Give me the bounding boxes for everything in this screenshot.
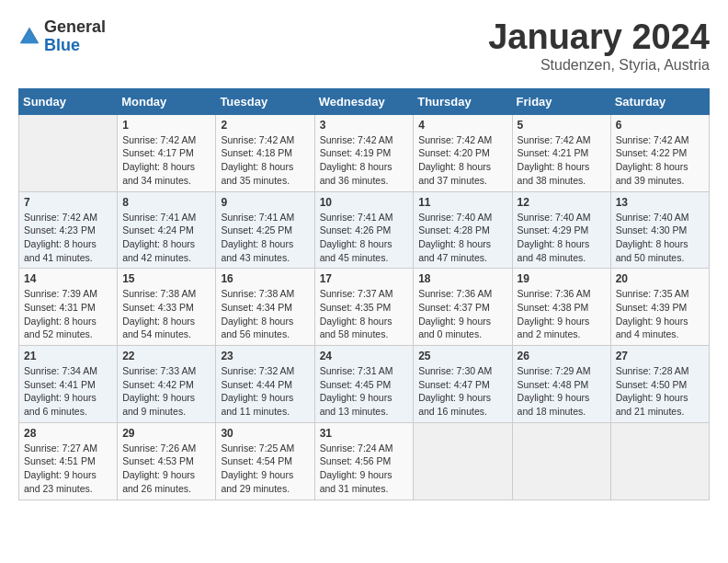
- day-number: 14: [24, 272, 112, 285]
- calendar-week-3: 14Sunrise: 7:39 AMSunset: 4:31 PMDayligh…: [19, 269, 710, 346]
- day-header-wednesday: Wednesday: [314, 88, 414, 114]
- calendar-cell: 27Sunrise: 7:28 AMSunset: 4:50 PMDayligh…: [610, 346, 709, 423]
- day-info: Sunrise: 7:42 AMSunset: 4:17 PMDaylight:…: [122, 133, 210, 188]
- calendar-cell: [610, 422, 709, 500]
- day-info: Sunrise: 7:35 AMSunset: 4:39 PMDaylight:…: [616, 287, 704, 341]
- day-number: 7: [24, 196, 112, 209]
- day-number: 10: [320, 196, 409, 209]
- calendar-cell: [414, 422, 512, 500]
- calendar-cell: 15Sunrise: 7:38 AMSunset: 4:33 PMDayligh…: [118, 269, 216, 346]
- day-info: Sunrise: 7:40 AMSunset: 4:29 PMDaylight:…: [518, 211, 606, 265]
- calendar-cell: 3Sunrise: 7:42 AMSunset: 4:19 PMDaylight…: [314, 114, 414, 191]
- logo: General Blue: [18, 18, 106, 55]
- day-number: 9: [221, 196, 309, 209]
- day-info: Sunrise: 7:29 AMSunset: 4:48 PMDaylight:…: [518, 364, 606, 419]
- calendar-cell: 18Sunrise: 7:36 AMSunset: 4:37 PMDayligh…: [414, 269, 512, 346]
- calendar-cell: 31Sunrise: 7:24 AMSunset: 4:56 PMDayligh…: [314, 422, 414, 500]
- day-info: Sunrise: 7:38 AMSunset: 4:34 PMDaylight:…: [221, 287, 309, 341]
- calendar-cell: 22Sunrise: 7:33 AMSunset: 4:42 PMDayligh…: [118, 346, 216, 423]
- calendar-cell: [512, 422, 610, 500]
- day-number: 3: [320, 119, 409, 132]
- day-header-tuesday: Tuesday: [216, 88, 314, 114]
- day-info: Sunrise: 7:42 AMSunset: 4:22 PMDaylight:…: [616, 133, 704, 188]
- title-block: January 2024 Studenzen, Styria, Austria: [488, 18, 710, 74]
- day-info: Sunrise: 7:27 AMSunset: 4:51 PMDaylight:…: [24, 442, 112, 496]
- day-number: 16: [221, 272, 309, 285]
- day-info: Sunrise: 7:41 AMSunset: 4:25 PMDaylight:…: [221, 211, 309, 265]
- day-number: 26: [518, 350, 606, 362]
- day-number: 29: [122, 427, 210, 440]
- day-info: Sunrise: 7:39 AMSunset: 4:31 PMDaylight:…: [24, 287, 112, 341]
- day-number: 18: [418, 272, 506, 285]
- day-number: 24: [320, 350, 409, 362]
- day-info: Sunrise: 7:40 AMSunset: 4:30 PMDaylight:…: [616, 211, 704, 265]
- day-number: 21: [24, 350, 112, 362]
- day-info: Sunrise: 7:37 AMSunset: 4:35 PMDaylight:…: [320, 287, 409, 341]
- calendar-cell: 16Sunrise: 7:38 AMSunset: 4:34 PMDayligh…: [216, 269, 314, 346]
- day-header-friday: Friday: [512, 88, 610, 114]
- day-number: 12: [518, 196, 606, 209]
- day-header-thursday: Thursday: [414, 88, 512, 114]
- day-number: 17: [320, 272, 409, 285]
- day-info: Sunrise: 7:25 AMSunset: 4:54 PMDaylight:…: [221, 442, 309, 496]
- day-number: 27: [616, 350, 704, 362]
- calendar-cell: 8Sunrise: 7:41 AMSunset: 4:24 PMDaylight…: [118, 191, 216, 269]
- calendar-cell: 25Sunrise: 7:30 AMSunset: 4:47 PMDayligh…: [414, 346, 512, 423]
- day-header-monday: Monday: [118, 88, 216, 114]
- day-number: 8: [122, 196, 210, 209]
- day-info: Sunrise: 7:41 AMSunset: 4:26 PMDaylight:…: [320, 211, 409, 265]
- day-info: Sunrise: 7:24 AMSunset: 4:56 PMDaylight:…: [320, 442, 409, 496]
- day-info: Sunrise: 7:42 AMSunset: 4:21 PMDaylight:…: [518, 133, 606, 188]
- day-number: 5: [518, 119, 606, 132]
- calendar-cell: 1Sunrise: 7:42 AMSunset: 4:17 PMDaylight…: [118, 114, 216, 191]
- calendar-cell: 11Sunrise: 7:40 AMSunset: 4:28 PMDayligh…: [414, 191, 512, 269]
- calendar-cell: 29Sunrise: 7:26 AMSunset: 4:53 PMDayligh…: [118, 422, 216, 500]
- calendar-cell: 24Sunrise: 7:31 AMSunset: 4:45 PMDayligh…: [314, 346, 414, 423]
- calendar-cell: 14Sunrise: 7:39 AMSunset: 4:31 PMDayligh…: [19, 269, 118, 346]
- day-header-sunday: Sunday: [19, 88, 118, 114]
- calendar-table: SundayMondayTuesdayWednesdayThursdayFrid…: [18, 88, 710, 500]
- calendar-week-2: 7Sunrise: 7:42 AMSunset: 4:23 PMDaylight…: [19, 191, 710, 269]
- day-number: 31: [320, 427, 409, 440]
- day-info: Sunrise: 7:30 AMSunset: 4:47 PMDaylight:…: [418, 364, 506, 419]
- day-number: 20: [616, 272, 704, 285]
- logo-general: General: [44, 18, 106, 37]
- calendar-cell: 4Sunrise: 7:42 AMSunset: 4:20 PMDaylight…: [414, 114, 512, 191]
- calendar-header-row: SundayMondayTuesdayWednesdayThursdayFrid…: [19, 88, 710, 114]
- calendar-cell: 10Sunrise: 7:41 AMSunset: 4:26 PMDayligh…: [314, 191, 414, 269]
- day-number: 11: [418, 196, 506, 209]
- day-info: Sunrise: 7:33 AMSunset: 4:42 PMDaylight:…: [122, 364, 210, 419]
- calendar-cell: 20Sunrise: 7:35 AMSunset: 4:39 PMDayligh…: [610, 269, 709, 346]
- day-info: Sunrise: 7:42 AMSunset: 4:23 PMDaylight:…: [24, 211, 112, 265]
- day-info: Sunrise: 7:28 AMSunset: 4:50 PMDaylight:…: [616, 364, 704, 419]
- calendar-cell: 17Sunrise: 7:37 AMSunset: 4:35 PMDayligh…: [314, 269, 414, 346]
- calendar-cell: 30Sunrise: 7:25 AMSunset: 4:54 PMDayligh…: [216, 422, 314, 500]
- day-info: Sunrise: 7:36 AMSunset: 4:38 PMDaylight:…: [518, 287, 606, 341]
- day-number: 22: [122, 350, 210, 362]
- day-number: 1: [122, 119, 210, 132]
- day-header-saturday: Saturday: [610, 88, 709, 114]
- logo-icon: [18, 26, 40, 48]
- calendar-week-1: 1Sunrise: 7:42 AMSunset: 4:17 PMDaylight…: [19, 114, 710, 191]
- logo-blue: Blue: [44, 37, 106, 55]
- day-info: Sunrise: 7:26 AMSunset: 4:53 PMDaylight:…: [122, 442, 210, 496]
- calendar-title: January 2024: [488, 18, 710, 57]
- day-info: Sunrise: 7:42 AMSunset: 4:19 PMDaylight:…: [320, 133, 409, 188]
- calendar-cell: 5Sunrise: 7:42 AMSunset: 4:21 PMDaylight…: [512, 114, 610, 191]
- day-info: Sunrise: 7:42 AMSunset: 4:20 PMDaylight:…: [418, 133, 506, 188]
- page-header: General Blue January 2024 Studenzen, Sty…: [18, 18, 710, 74]
- day-number: 6: [616, 119, 704, 132]
- logo-text: General Blue: [44, 18, 106, 55]
- day-number: 30: [221, 427, 309, 440]
- day-info: Sunrise: 7:36 AMSunset: 4:37 PMDaylight:…: [418, 287, 506, 341]
- day-info: Sunrise: 7:40 AMSunset: 4:28 PMDaylight:…: [418, 211, 506, 265]
- calendar-subtitle: Studenzen, Styria, Austria: [488, 57, 710, 74]
- day-info: Sunrise: 7:31 AMSunset: 4:45 PMDaylight:…: [320, 364, 409, 419]
- calendar-cell: 19Sunrise: 7:36 AMSunset: 4:38 PMDayligh…: [512, 269, 610, 346]
- day-number: 15: [122, 272, 210, 285]
- day-number: 2: [221, 119, 309, 132]
- day-info: Sunrise: 7:32 AMSunset: 4:44 PMDaylight:…: [221, 364, 309, 419]
- day-number: 23: [221, 350, 309, 362]
- calendar-cell: 23Sunrise: 7:32 AMSunset: 4:44 PMDayligh…: [216, 346, 314, 423]
- day-info: Sunrise: 7:41 AMSunset: 4:24 PMDaylight:…: [122, 211, 210, 265]
